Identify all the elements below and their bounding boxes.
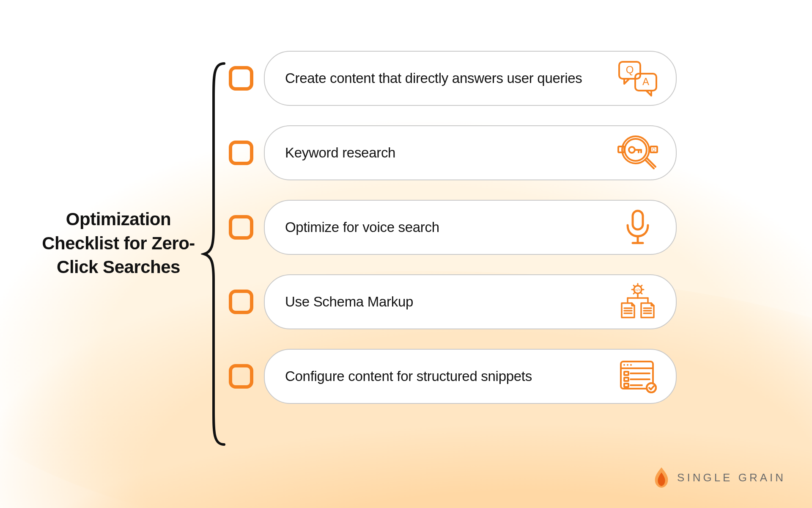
- schema-docs-icon: </>: [617, 283, 659, 321]
- svg-rect-52: [624, 384, 628, 387]
- search-key-icon: Q: [617, 134, 659, 172]
- checklist-item-label: Use Schema Markup: [285, 293, 606, 310]
- checkbox-icon: [228, 215, 254, 240]
- checklist-pill: Optimize for voice search: [264, 200, 677, 255]
- checkbox-icon: [228, 364, 254, 389]
- snippet-checklist-icon: [617, 357, 659, 395]
- checklist-item-label: Optimize for voice search: [285, 218, 606, 236]
- checklist-pill: Keyword research: [264, 125, 677, 180]
- checkbox-icon: [228, 140, 254, 166]
- svg-line-30: [634, 293, 635, 294]
- diagram-title: Optimization Checklist for Zero-Click Se…: [40, 207, 197, 279]
- checklist-item-label: Configure content for structured snippet…: [285, 367, 606, 385]
- svg-line-29: [641, 285, 642, 287]
- checkbox-icon: [228, 66, 254, 91]
- svg-rect-48: [624, 372, 628, 375]
- svg-rect-14: [618, 146, 624, 152]
- checklist-pill: Configure content for structured snippet…: [264, 349, 677, 404]
- svg-rect-42: [230, 366, 252, 387]
- svg-rect-5: [230, 142, 252, 163]
- svg-rect-17: [230, 217, 252, 238]
- checklist-item: Create content that directly answers use…: [228, 51, 677, 106]
- svg-rect-50: [624, 378, 628, 381]
- checklist-item: Use Schema Markup: [228, 274, 677, 329]
- checklist-item: Keyword research: [228, 125, 677, 180]
- svg-line-28: [641, 293, 642, 294]
- curly-brace: [201, 59, 230, 449]
- svg-rect-18: [633, 211, 643, 229]
- svg-point-47: [630, 364, 632, 366]
- svg-point-46: [627, 364, 628, 366]
- checklist: Create content that directly answers use…: [228, 51, 677, 404]
- checklist-pill: Create content that directly answers use…: [264, 51, 677, 106]
- checklist-item-label: Create content that directly answers use…: [285, 69, 606, 87]
- svg-line-27: [634, 285, 635, 287]
- svg-text:Q: Q: [652, 147, 656, 152]
- brand-name: SINGLE GRAIN: [677, 471, 786, 484]
- checklist-pill: Use Schema Markup: [264, 274, 677, 329]
- svg-rect-21: [230, 291, 252, 312]
- checklist-item-label: Keyword research: [285, 144, 606, 161]
- svg-text:Q: Q: [626, 64, 634, 75]
- svg-text:</>: </>: [635, 288, 640, 292]
- svg-point-10: [629, 147, 635, 153]
- brand-logo: SINGLE GRAIN: [653, 467, 786, 489]
- svg-rect-0: [230, 68, 252, 89]
- checklist-item: Configure content for structured snippet…: [228, 349, 677, 404]
- qa-bubbles-icon: Q A: [617, 59, 659, 97]
- checkbox-icon: [228, 289, 254, 315]
- checklist-item: Optimize for voice search: [228, 200, 677, 255]
- svg-point-45: [623, 364, 625, 366]
- svg-text:A: A: [642, 76, 649, 87]
- flame-icon: [653, 467, 670, 489]
- microphone-icon: [617, 208, 659, 246]
